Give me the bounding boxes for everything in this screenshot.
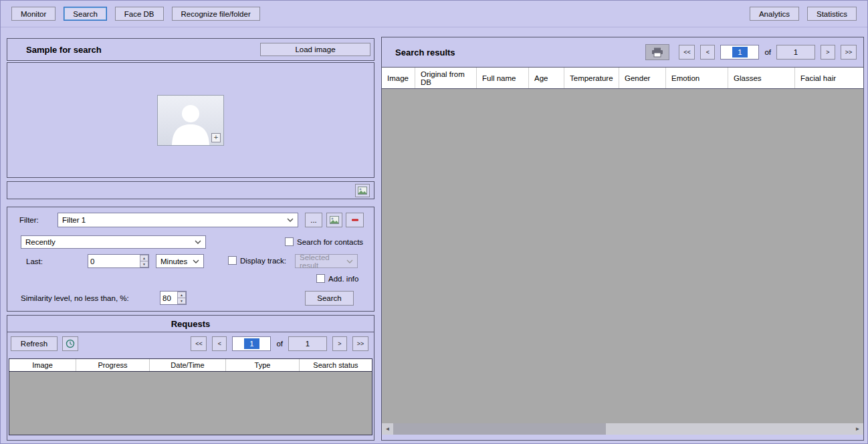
spin-up-button[interactable]: ▲ (177, 292, 186, 298)
statistics-button[interactable]: Statistics (807, 7, 857, 21)
scrollbar-thumb[interactable] (393, 423, 606, 435)
monitor-tab-button[interactable]: Monitor (11, 7, 56, 21)
spin-up-button[interactable]: ▲ (140, 255, 148, 261)
scroll-right-button[interactable]: ► (852, 423, 863, 435)
selected-result-combobox: Selected result (295, 254, 358, 268)
search-for-contacts-label: Search for contacts (297, 238, 363, 246)
remove-filter-button[interactable] (346, 213, 364, 227)
print-results-button[interactable] (645, 44, 669, 60)
selected-result-value: Selected result (300, 253, 346, 269)
results-horizontal-scrollbar[interactable]: ◄ ► (382, 423, 863, 435)
results-column-emotion: Emotion (666, 68, 728, 88)
results-column-glasses: Glasses (728, 68, 795, 88)
filter-image-button[interactable] (326, 213, 342, 227)
scroll-left-button[interactable]: ◄ (382, 423, 393, 435)
spin-down-button[interactable]: ▼ (140, 261, 148, 267)
chevron-down-icon (195, 240, 201, 244)
sample-toolbar (7, 181, 374, 199)
sample-photo-placeholder[interactable]: + (157, 95, 224, 146)
add-info-option: Add. info (316, 274, 358, 283)
results-prev-page-button[interactable]: < (700, 45, 715, 60)
results-column-original-from-db: Original from DB (415, 68, 477, 88)
filter-label: Filter: (19, 216, 39, 224)
results-column-temperature: Temperature (564, 68, 619, 88)
similarity-level-value: 80 (160, 294, 173, 303)
requests-pager: << < 1 of 1 > >> (191, 336, 368, 351)
results-page-value: 1 (732, 47, 747, 58)
person-silhouette-icon (167, 102, 215, 145)
results-pager: << < 1 of 1 > >> (679, 45, 857, 60)
spin-down-button[interactable]: ▼ (177, 298, 186, 304)
sample-for-search-title: Sample for search (26, 45, 102, 55)
requests-column-progress: Progress (76, 359, 150, 371)
requests-total-pages: 1 (288, 336, 327, 351)
results-last-page-button[interactable]: >> (841, 45, 857, 60)
results-column-facial-hair: Facial hair (795, 68, 863, 88)
results-page-input[interactable]: 1 (720, 45, 759, 60)
refresh-button[interactable]: Refresh (11, 336, 58, 351)
last-value: 0 (88, 257, 96, 266)
scrollbar-track[interactable] (393, 423, 852, 435)
add-info-label: Add. info (328, 275, 358, 283)
similarity-level-input[interactable]: 80 ▲ ▼ (160, 291, 187, 305)
load-image-button[interactable]: Load image (260, 43, 370, 56)
sample-for-search-header: Sample for search Load image (7, 38, 374, 61)
printer-icon (651, 47, 663, 58)
requests-next-page-button[interactable]: > (332, 336, 347, 351)
chevron-down-icon (287, 218, 294, 222)
recognize-file-folder-button[interactable]: Recognize file/folder (172, 7, 260, 21)
similarity-spinner: ▲ ▼ (177, 292, 186, 304)
image-tool-button[interactable] (355, 184, 370, 197)
image-plus-icon (330, 216, 339, 224)
add-info-checkbox[interactable] (316, 274, 325, 283)
sample-image-area[interactable]: + (7, 62, 374, 178)
filter-combobox[interactable]: Filter 1 (58, 213, 298, 227)
analytics-button[interactable]: Analytics (750, 7, 799, 21)
last-value-input[interactable]: 0 ▲ ▼ (88, 254, 149, 268)
requests-table: Image Progress Date/Time Type Search sta… (9, 358, 372, 435)
plus-icon: + (214, 134, 218, 141)
scroll-right-icon: ► (855, 426, 861, 432)
requests-column-image: Image (9, 359, 76, 371)
display-track-option: Display track: (228, 256, 286, 265)
requests-prev-page-button[interactable]: < (212, 336, 227, 351)
search-for-contacts-option: Search for contacts (285, 237, 363, 246)
search-results-title: Search results (395, 47, 455, 58)
results-table-body (382, 89, 863, 423)
results-next-page-button[interactable]: > (821, 45, 835, 60)
search-tab-button[interactable]: Search (64, 7, 106, 21)
image-icon (358, 187, 367, 195)
requests-last-page-button[interactable]: >> (352, 336, 368, 351)
results-bottom-strip (382, 435, 863, 440)
results-column-full-name: Full name (477, 68, 529, 88)
similarity-level-label: Similarity level, no less than, %: (21, 294, 129, 302)
chevron-down-icon (346, 259, 353, 263)
search-results-header: Search results << < 1 of 1 > >> (382, 37, 863, 67)
search-button[interactable]: Search (305, 291, 354, 306)
filter-combobox-value: Filter 1 (62, 216, 86, 224)
add-sample-image-button[interactable]: + (211, 133, 221, 142)
clock-icon (66, 339, 75, 348)
chevron-down-icon (193, 259, 199, 263)
browse-filter-button[interactable]: ... (305, 213, 322, 227)
results-column-age: Age (529, 68, 564, 88)
auto-refresh-button[interactable] (62, 336, 78, 351)
scroll-left-icon: ◄ (385, 426, 391, 432)
last-value-spinner: ▲ ▼ (140, 255, 148, 267)
results-first-page-button[interactable]: << (679, 45, 695, 60)
results-table-header: Image Original from DB Full name Age Tem… (382, 67, 863, 89)
display-track-label: Display track: (240, 257, 286, 265)
time-unit-combobox[interactable]: Minutes (156, 254, 204, 268)
requests-page-input[interactable]: 1 (232, 336, 271, 351)
display-track-checkbox[interactable] (228, 256, 237, 265)
requests-column-search-status: Search status (300, 359, 372, 371)
face-db-tab-button[interactable]: Face DB (115, 7, 164, 21)
requests-page-value: 1 (244, 338, 259, 349)
top-toolbar: Monitor Search Face DB Recognize file/fo… (1, 1, 867, 27)
requests-table-header: Image Progress Date/Time Type Search sta… (9, 359, 372, 372)
minus-icon (351, 216, 359, 224)
requests-first-page-button[interactable]: << (191, 336, 207, 351)
period-combobox-value: Recently (25, 238, 56, 246)
period-combobox[interactable]: Recently (21, 235, 206, 249)
search-for-contacts-checkbox[interactable] (285, 237, 294, 246)
